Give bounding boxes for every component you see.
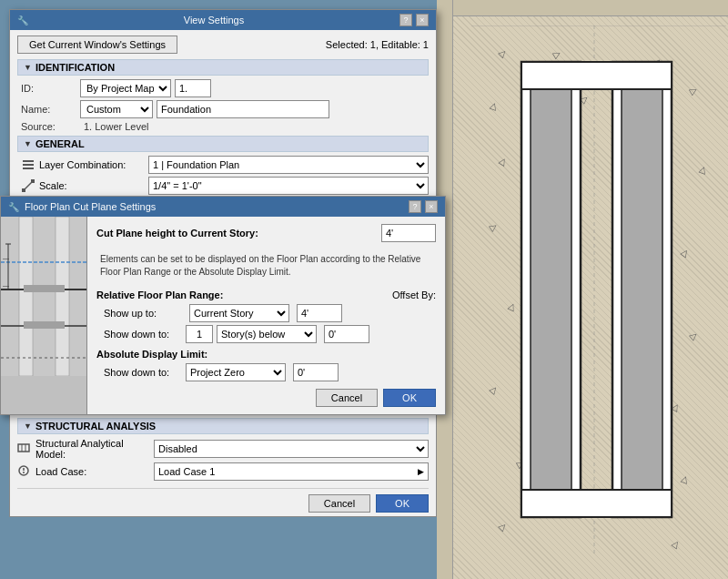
struct-analysis-title: STRUCTURAL ANALYSIS <box>35 421 156 432</box>
relative-header-text: Relative Floor Plan Range: <box>96 290 223 300</box>
info-text: Elements can be set to be displayed on t… <box>96 249 436 282</box>
get-current-button[interactable]: Get Current Window's Settings <box>17 36 177 54</box>
ruler-top <box>437 0 728 16</box>
struct-model-select[interactable]: Disabled <box>154 440 429 458</box>
identification-title: IDENTIFICATION <box>35 62 115 73</box>
abs-show-down-offset[interactable] <box>293 363 339 381</box>
layer-comb-row: Layer Combination: 1 | Foundation Plan <box>17 156 429 174</box>
abs-show-down-row: Show down to: Project Zero <box>96 363 436 381</box>
drawing-bg: △ △ △ △ △ △ △ △ △ △ △ △ △ △ △ △ △ △ △ △ <box>453 16 728 579</box>
selected-info: Selected: 1, Editable: 1 <box>326 39 429 50</box>
svg-text:△: △ <box>498 521 510 533</box>
offset-by-label: Offset By: <box>392 290 436 300</box>
source-row: Source: 1. Lower Level <box>17 121 429 132</box>
load-case-icon <box>17 464 32 479</box>
help-icon[interactable]: ? <box>399 14 412 26</box>
settings-cancel-button[interactable]: Cancel <box>308 494 370 513</box>
id-label: ID: <box>21 83 80 94</box>
svg-rect-55 <box>18 444 29 452</box>
cut-plane-buttons: Cancel OK <box>96 389 436 407</box>
identification-arrow: ▼ <box>24 63 32 72</box>
svg-rect-33 <box>31 179 35 183</box>
name-row: Name: Custom <box>17 100 429 118</box>
struct-analysis-arrow: ▼ <box>24 422 32 431</box>
svg-text:△: △ <box>498 47 510 59</box>
svg-text:△: △ <box>671 538 682 551</box>
svg-text:△: △ <box>498 155 509 168</box>
cut-plane-cancel-button[interactable]: Cancel <box>316 389 378 407</box>
cut-plane-help-icon[interactable]: ? <box>409 200 421 213</box>
general-arrow: ▼ <box>24 139 32 148</box>
svg-point-60 <box>23 472 25 473</box>
cut-plane-icon: 🔧 <box>8 202 19 212</box>
settings-ok-button[interactable]: OK <box>376 494 429 513</box>
struct-analysis-header: ▼ STRUCTURAL ANALYSIS <box>17 418 429 434</box>
cut-plane-close-icon[interactable]: × <box>425 200 438 213</box>
close-icon[interactable]: × <box>416 14 429 26</box>
dialog-titlebar: 🔧 View Settings ? × <box>10 10 436 30</box>
svg-rect-27 <box>521 490 672 517</box>
show-down-to-num[interactable] <box>186 325 213 343</box>
svg-text:△: △ <box>489 100 499 112</box>
scale-icon <box>21 178 35 193</box>
name-input[interactable] <box>157 100 329 118</box>
name-label: Name: <box>21 104 80 115</box>
abs-show-down-select[interactable]: Project Zero <box>186 363 286 381</box>
layer-comb-label: Layer Combination: <box>39 159 148 170</box>
show-down-to-label: Show down to: <box>104 329 186 340</box>
bottom-buttons: Cancel OK <box>17 488 429 513</box>
svg-rect-37 <box>19 217 33 376</box>
cut-plane-title: Floor Plan Cut Plane Settings <box>25 201 156 212</box>
id-select[interactable]: By Project Map <box>80 79 171 97</box>
scale-row: Scale: 1/4" = 1'-0" <box>17 177 429 195</box>
dialog-title-icon: 🔧 <box>17 15 28 25</box>
id-value[interactable] <box>175 79 211 97</box>
svg-rect-36 <box>1 217 87 376</box>
svg-rect-48 <box>24 285 65 292</box>
struct-model-label: Structural Analytical Model: <box>35 438 154 460</box>
load-case-label: Load Case: <box>35 466 154 477</box>
floor-preview-panel: — — <box>1 217 87 414</box>
cut-plane-dialog: 🔧 Floor Plan Cut Plane Settings ? × <box>0 196 446 415</box>
name-select[interactable]: Custom <box>80 100 153 118</box>
svg-rect-25 <box>622 71 662 508</box>
cut-plane-main: Cut Plane height to Current Story: Eleme… <box>87 217 445 414</box>
svg-text:△: △ <box>680 473 690 485</box>
cut-plane-height-row: Cut Plane height to Current Story: <box>96 224 436 242</box>
absolute-header: Absolute Display Limit: <box>96 349 436 360</box>
layer-comb-select[interactable]: 1 | Foundation Plan <box>148 156 429 174</box>
svg-text:△: △ <box>688 330 701 341</box>
abs-show-down-label: Show down to: <box>104 367 186 378</box>
show-down-to-select[interactable]: Story(s) below <box>217 325 317 343</box>
cut-plane-ok-button[interactable]: OK <box>383 389 436 407</box>
dialog-title-text: View Settings <box>184 15 244 25</box>
svg-text:△: △ <box>688 86 701 96</box>
relative-header: Relative Floor Plan Range: Offset By: <box>96 290 436 300</box>
general-title: GENERAL <box>35 138 85 149</box>
show-down-to-row: Show down to: Story(s) below <box>96 325 436 343</box>
cut-plane-height-input[interactable] <box>381 224 436 242</box>
source-label: Source: <box>21 121 80 132</box>
load-case-value: Load Case 1 <box>158 466 215 477</box>
scale-select[interactable]: 1/4" = 1'-0" <box>148 177 429 195</box>
identification-header: ▼ IDENTIFICATION <box>17 59 429 76</box>
source-value: 1. Lower Level <box>84 121 149 132</box>
show-up-to-label: Show up to: <box>104 308 186 319</box>
show-up-to-offset[interactable] <box>297 304 342 322</box>
relative-section: Relative Floor Plan Range: Offset By: Sh… <box>96 290 436 343</box>
svg-text:△: △ <box>698 164 708 176</box>
show-up-to-row: Show up to: Current Story <box>96 304 436 322</box>
svg-text:△: △ <box>680 247 692 259</box>
absolute-section: Absolute Display Limit: Show down to: Pr… <box>96 349 436 381</box>
top-bar: Get Current Window's Settings Selected: … <box>17 36 429 54</box>
show-down-to-offset[interactable] <box>324 325 369 343</box>
svg-text:△: △ <box>488 221 500 233</box>
svg-rect-49 <box>24 321 65 329</box>
svg-rect-30 <box>23 168 34 169</box>
drawing-area: △ △ △ △ △ △ △ △ △ △ △ △ △ △ △ △ △ △ △ △ <box>437 0 728 579</box>
scale-label: Scale: <box>39 180 148 191</box>
svg-rect-26 <box>521 62 672 89</box>
svg-rect-23 <box>531 71 571 508</box>
load-case-arrow: ▶ <box>418 467 424 476</box>
show-up-to-select[interactable]: Current Story <box>189 304 289 322</box>
